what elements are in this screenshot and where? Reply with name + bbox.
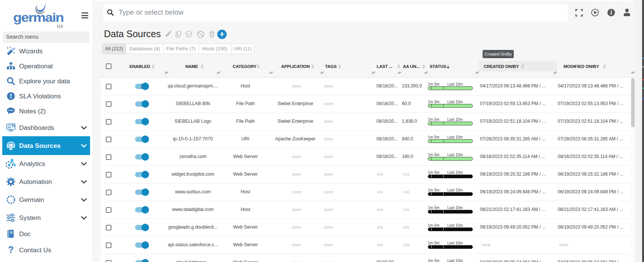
svg-text:?: ?	[8, 245, 14, 255]
